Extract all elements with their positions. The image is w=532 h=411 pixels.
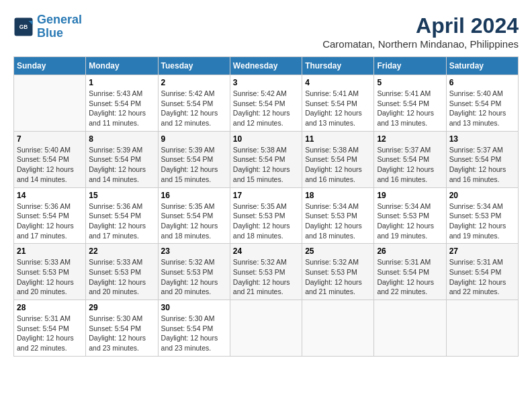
calendar-day-cell: 30 Sunrise: 5:30 AM Sunset: 5:54 PM Dayl… xyxy=(158,300,230,357)
calendar-day-cell xyxy=(302,300,374,357)
day-number: 5 xyxy=(377,78,443,87)
calendar-week-row: 1 Sunrise: 5:43 AM Sunset: 5:54 PM Dayli… xyxy=(14,75,519,132)
day-info: Sunrise: 5:32 AM Sunset: 5:53 PM Dayligh… xyxy=(305,257,371,297)
calendar-day-cell: 9 Sunrise: 5:39 AM Sunset: 5:54 PM Dayli… xyxy=(158,131,230,187)
day-number: 23 xyxy=(161,246,227,256)
day-info: Sunrise: 5:33 AM Sunset: 5:53 PM Dayligh… xyxy=(17,257,83,297)
calendar-day-cell: 15 Sunrise: 5:36 AM Sunset: 5:54 PM Dayl… xyxy=(86,187,158,244)
weekday-header: Saturday xyxy=(446,57,518,75)
day-number: 12 xyxy=(377,134,443,144)
day-number: 13 xyxy=(449,134,515,144)
calendar-week-row: 28 Sunrise: 5:31 AM Sunset: 5:54 PM Dayl… xyxy=(14,300,519,357)
calendar-day-cell: 22 Sunrise: 5:33 AM Sunset: 5:53 PM Dayl… xyxy=(86,244,158,300)
day-info: Sunrise: 5:32 AM Sunset: 5:53 PM Dayligh… xyxy=(161,257,227,297)
logo-icon: GB xyxy=(13,17,34,37)
calendar-day-cell: 4 Sunrise: 5:41 AM Sunset: 5:54 PM Dayli… xyxy=(302,75,374,132)
day-info: Sunrise: 5:42 AM Sunset: 5:54 PM Dayligh… xyxy=(233,89,299,128)
calendar-table: SundayMondayTuesdayWednesdayThursdayFrid… xyxy=(13,56,519,357)
day-number: 22 xyxy=(89,246,154,256)
page-header: GB General Blue April 2024 Caromatan, No… xyxy=(13,13,519,50)
day-info: Sunrise: 5:41 AM Sunset: 5:54 PM Dayligh… xyxy=(377,89,443,128)
weekday-header: Thursday xyxy=(302,57,374,75)
logo-text: General Blue xyxy=(37,13,82,40)
calendar-day-cell xyxy=(14,75,86,132)
calendar-day-cell: 28 Sunrise: 5:31 AM Sunset: 5:54 PM Dayl… xyxy=(14,300,86,357)
calendar-day-cell: 6 Sunrise: 5:40 AM Sunset: 5:54 PM Dayli… xyxy=(446,75,518,132)
calendar-day-cell: 12 Sunrise: 5:37 AM Sunset: 5:54 PM Dayl… xyxy=(374,131,446,187)
day-info: Sunrise: 5:39 AM Sunset: 5:54 PM Dayligh… xyxy=(89,145,154,185)
day-info: Sunrise: 5:33 AM Sunset: 5:53 PM Dayligh… xyxy=(89,257,154,297)
calendar-day-cell: 27 Sunrise: 5:31 AM Sunset: 5:54 PM Dayl… xyxy=(446,244,518,300)
calendar-day-cell: 16 Sunrise: 5:35 AM Sunset: 5:54 PM Dayl… xyxy=(158,187,230,244)
day-number: 14 xyxy=(17,191,83,200)
day-number: 2 xyxy=(161,78,227,87)
day-info: Sunrise: 5:38 AM Sunset: 5:54 PM Dayligh… xyxy=(305,145,371,185)
day-info: Sunrise: 5:30 AM Sunset: 5:54 PM Dayligh… xyxy=(161,314,227,353)
calendar-day-cell: 10 Sunrise: 5:38 AM Sunset: 5:54 PM Dayl… xyxy=(230,131,302,187)
day-number: 16 xyxy=(161,191,227,200)
day-number: 19 xyxy=(377,191,443,200)
calendar-day-cell: 24 Sunrise: 5:32 AM Sunset: 5:53 PM Dayl… xyxy=(230,244,302,300)
day-info: Sunrise: 5:35 AM Sunset: 5:53 PM Dayligh… xyxy=(233,201,299,241)
day-info: Sunrise: 5:36 AM Sunset: 5:54 PM Dayligh… xyxy=(17,201,83,241)
day-number: 3 xyxy=(233,78,299,87)
calendar-day-cell: 13 Sunrise: 5:37 AM Sunset: 5:54 PM Dayl… xyxy=(446,131,518,187)
day-number: 7 xyxy=(17,134,83,144)
day-number: 20 xyxy=(449,191,515,200)
day-info: Sunrise: 5:31 AM Sunset: 5:54 PM Dayligh… xyxy=(17,314,83,353)
calendar-day-cell: 19 Sunrise: 5:34 AM Sunset: 5:53 PM Dayl… xyxy=(374,187,446,244)
day-number: 24 xyxy=(233,246,299,256)
day-info: Sunrise: 5:30 AM Sunset: 5:54 PM Dayligh… xyxy=(89,314,154,353)
day-info: Sunrise: 5:43 AM Sunset: 5:54 PM Dayligh… xyxy=(89,89,154,128)
title-block: April 2024 Caromatan, Northern Mindanao,… xyxy=(322,13,519,50)
calendar-week-row: 21 Sunrise: 5:33 AM Sunset: 5:53 PM Dayl… xyxy=(14,244,519,300)
calendar-day-cell: 18 Sunrise: 5:34 AM Sunset: 5:53 PM Dayl… xyxy=(302,187,374,244)
calendar-day-cell xyxy=(446,300,518,357)
day-number: 6 xyxy=(449,78,515,87)
calendar-header-row: SundayMondayTuesdayWednesdayThursdayFrid… xyxy=(14,57,519,75)
svg-text:GB: GB xyxy=(19,24,28,30)
location: Caromatan, Northern Mindanao, Philippine… xyxy=(322,38,519,50)
day-number: 18 xyxy=(305,191,371,200)
day-number: 9 xyxy=(161,134,227,144)
calendar-week-row: 7 Sunrise: 5:40 AM Sunset: 5:54 PM Dayli… xyxy=(14,131,519,187)
weekday-header: Tuesday xyxy=(158,57,230,75)
calendar-week-row: 14 Sunrise: 5:36 AM Sunset: 5:54 PM Dayl… xyxy=(14,187,519,244)
day-number: 1 xyxy=(89,78,154,87)
day-number: 10 xyxy=(233,134,299,144)
day-info: Sunrise: 5:34 AM Sunset: 5:53 PM Dayligh… xyxy=(305,201,371,241)
logo-blue: Blue xyxy=(37,26,63,40)
day-info: Sunrise: 5:36 AM Sunset: 5:54 PM Dayligh… xyxy=(89,201,154,241)
calendar-day-cell: 17 Sunrise: 5:35 AM Sunset: 5:53 PM Dayl… xyxy=(230,187,302,244)
weekday-header: Monday xyxy=(86,57,158,75)
calendar-day-cell: 29 Sunrise: 5:30 AM Sunset: 5:54 PM Dayl… xyxy=(86,300,158,357)
calendar-day-cell: 2 Sunrise: 5:42 AM Sunset: 5:54 PM Dayli… xyxy=(158,75,230,132)
day-number: 15 xyxy=(89,191,154,200)
day-info: Sunrise: 5:35 AM Sunset: 5:54 PM Dayligh… xyxy=(161,201,227,241)
day-info: Sunrise: 5:42 AM Sunset: 5:54 PM Dayligh… xyxy=(161,89,227,128)
calendar-day-cell: 26 Sunrise: 5:31 AM Sunset: 5:54 PM Dayl… xyxy=(374,244,446,300)
day-info: Sunrise: 5:37 AM Sunset: 5:54 PM Dayligh… xyxy=(449,145,515,185)
day-number: 4 xyxy=(305,78,371,87)
day-info: Sunrise: 5:40 AM Sunset: 5:54 PM Dayligh… xyxy=(17,145,83,185)
day-number: 27 xyxy=(449,246,515,256)
day-info: Sunrise: 5:38 AM Sunset: 5:54 PM Dayligh… xyxy=(233,145,299,185)
day-number: 28 xyxy=(17,303,83,312)
calendar-day-cell: 5 Sunrise: 5:41 AM Sunset: 5:54 PM Dayli… xyxy=(374,75,446,132)
calendar-day-cell: 1 Sunrise: 5:43 AM Sunset: 5:54 PM Dayli… xyxy=(86,75,158,132)
day-number: 29 xyxy=(89,303,154,312)
logo: GB General Blue xyxy=(13,13,82,40)
day-number: 8 xyxy=(89,134,154,144)
day-number: 25 xyxy=(305,246,371,256)
calendar-day-cell xyxy=(230,300,302,357)
day-number: 11 xyxy=(305,134,371,144)
day-number: 21 xyxy=(17,246,83,256)
weekday-header: Wednesday xyxy=(230,57,302,75)
day-info: Sunrise: 5:34 AM Sunset: 5:53 PM Dayligh… xyxy=(449,201,515,241)
calendar-day-cell xyxy=(374,300,446,357)
calendar-day-cell: 3 Sunrise: 5:42 AM Sunset: 5:54 PM Dayli… xyxy=(230,75,302,132)
month-title: April 2024 xyxy=(322,13,519,38)
day-info: Sunrise: 5:40 AM Sunset: 5:54 PM Dayligh… xyxy=(449,89,515,128)
logo-general: General xyxy=(37,13,82,26)
day-info: Sunrise: 5:37 AM Sunset: 5:54 PM Dayligh… xyxy=(377,145,443,185)
